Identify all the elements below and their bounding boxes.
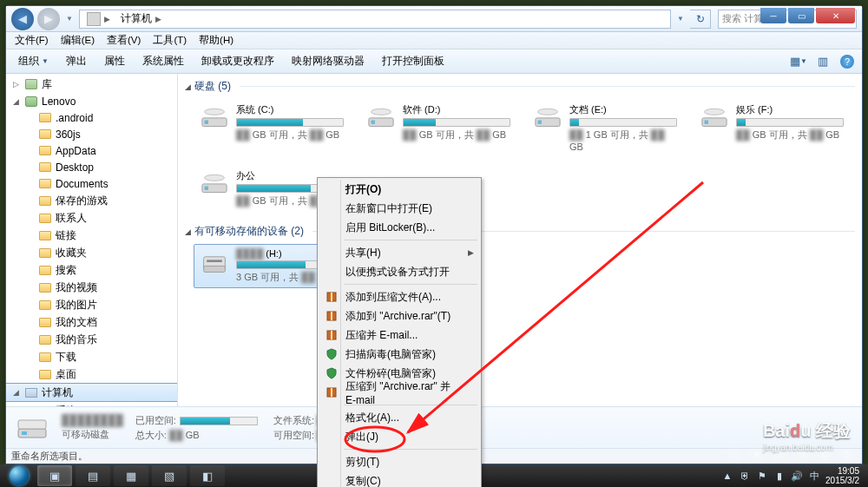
tree-libraries[interactable]: 库 [42, 77, 52, 92]
context-menu-item[interactable]: 剪切(T) [319, 452, 479, 471]
context-menu-item[interactable]: 共享(H)▶ [319, 243, 479, 262]
svg-rect-18 [207, 260, 222, 262]
folder-icon [39, 318, 51, 327]
drive-item[interactable]: 娱乐 (F:)██ GB 可用，共 ██ GB [694, 99, 848, 156]
drive-icon [698, 103, 731, 131]
system-tray: ▲ ⛨ ⚑ ▮ 🔊 中 19:052015/3/2 [721, 466, 865, 485]
sysprops-button[interactable]: 系统属性 [135, 51, 191, 71]
uninstall-button[interactable]: 卸载或更改程序 [194, 51, 281, 71]
tray-shield-icon[interactable]: ⛨ [739, 470, 751, 482]
close-button[interactable]: ✕ [816, 8, 855, 23]
ctrlpanel-button[interactable]: 打开控制面板 [375, 51, 451, 71]
context-menu-item[interactable]: 格式化(A)... [319, 408, 479, 427]
computer-icon [87, 12, 101, 26]
folder-icon [39, 300, 51, 310]
tree-node[interactable]: 保存的游戏 [6, 192, 177, 209]
tray-flag-icon[interactable]: ⚑ [756, 470, 768, 482]
tree-node[interactable]: 搜索 [6, 261, 177, 279]
properties-button[interactable]: 属性 [97, 51, 132, 71]
menu-help[interactable]: 帮助(H) [194, 32, 239, 49]
tree-node[interactable]: .android [6, 109, 177, 126]
taskbar-item[interactable]: ▧ [152, 465, 187, 486]
menu-edit[interactable]: 编辑(E) [56, 32, 100, 49]
tree-node[interactable]: 我的音乐 [6, 331, 177, 348]
context-menu-item[interactable]: 以便携式设备方式打开 [319, 262, 479, 281]
mapdrive-button[interactable]: 映射网络驱动器 [285, 51, 372, 71]
group-hdd[interactable]: ◢硬盘 (5) [178, 74, 862, 97]
breadcrumb[interactable]: ▶ 计算机 ▶ [79, 10, 671, 29]
taskbar-item[interactable]: ▣ [37, 465, 72, 486]
context-menu-item[interactable]: 启用 BitLocker(B)... [319, 218, 479, 237]
context-menu-item[interactable]: 扫描病毒(电脑管家) [319, 345, 479, 364]
user-icon [25, 96, 37, 107]
breadcrumb-computer[interactable]: 计算机 [121, 11, 152, 26]
forward-button[interactable]: ▶ [37, 8, 60, 30]
context-menu[interactable]: 打开(O)在新窗口中打开(E)启用 BitLocker(B)...共享(H)▶以… [317, 177, 482, 487]
tree-node[interactable]: 360js [6, 126, 177, 142]
archive-icon [325, 309, 339, 323]
refresh-button[interactable]: ↻ [690, 10, 711, 29]
submenu-arrow-icon: ▶ [468, 248, 474, 257]
drive-item[interactable]: 文档 (E:)██ 1 GB 可用，共 ██ GB [527, 99, 681, 156]
tree-lenovo[interactable]: Lenovo [42, 95, 76, 108]
context-menu-item[interactable]: 在新窗口中打开(E) [319, 199, 479, 218]
context-menu-item[interactable]: 弹出(J) [319, 427, 479, 446]
menu-tools[interactable]: 工具(T) [148, 32, 192, 49]
taskbar-item[interactable]: ▦ [114, 465, 148, 486]
group-removable[interactable]: ◢有可移动存储的设备 (2) [178, 219, 862, 242]
tray-up-icon[interactable]: ▲ [721, 470, 733, 482]
nav-bar: ◀ ▶ ▼ ▶ 计算机 ▶ ▼ ↻ 搜索 计算机 [6, 6, 862, 32]
tree-node[interactable]: 我的文档 [6, 313, 177, 331]
drive-item[interactable]: 软件 (D:)██ GB 可用，共 ██ GB [360, 99, 515, 156]
tree-node[interactable]: 收藏夹 [6, 244, 177, 261]
folder-icon [39, 113, 51, 122]
context-menu-item[interactable]: 压缩并 E-mail... [319, 326, 479, 345]
tree-node[interactable]: 我的视频 [6, 279, 177, 296]
help-button[interactable]: ? [838, 52, 857, 71]
minimize-button[interactable]: ─ [760, 8, 786, 23]
eject-button[interactable]: 弹出 [59, 51, 94, 71]
svg-point-5 [372, 109, 391, 115]
menu-file[interactable]: 文件(F) [10, 32, 54, 49]
tree-node[interactable]: 下载 [6, 348, 177, 365]
view-mode-button[interactable]: ▦▼ [789, 52, 808, 71]
taskbar-item[interactable]: ◧ [190, 465, 225, 486]
tray-volume-icon[interactable]: 🔊 [791, 470, 803, 482]
drive-icon [198, 169, 231, 197]
context-menu-item[interactable]: 打开(O) [319, 180, 479, 199]
maximize-button[interactable]: ▭ [788, 8, 814, 23]
tree-node[interactable]: 桌面 [6, 365, 177, 383]
tree-node[interactable]: Desktop [6, 159, 177, 175]
tree-node[interactable]: 我的图片 [6, 296, 177, 313]
tree-node[interactable]: Documents [6, 175, 177, 192]
details-thumb [15, 413, 49, 443]
context-menu-item[interactable]: 添加到 "Archive.rar"(T) [319, 306, 479, 326]
tray-network-icon[interactable]: ▮ [773, 470, 786, 482]
history-dropdown[interactable]: ▼ [63, 10, 76, 28]
tree-computer[interactable]: 计算机 [42, 385, 73, 400]
folder-icon [39, 370, 51, 379]
tree-node[interactable]: 联系人 [6, 209, 177, 227]
tray-ime-icon[interactable]: 中 [808, 470, 820, 482]
back-button[interactable]: ◀ [11, 8, 34, 30]
context-menu-item[interactable]: 复制(C) [319, 471, 479, 487]
folder-icon [39, 214, 51, 223]
svg-rect-22 [22, 431, 27, 435]
clock[interactable]: 19:052015/3/2 [825, 466, 859, 485]
context-menu-item[interactable]: 压缩到 "Archive.rar" 并 E-mail [319, 383, 479, 402]
breadcrumb-dropdown[interactable]: ▼ [674, 10, 687, 28]
context-menu-item[interactable]: 添加到压缩文件(A)... [319, 287, 479, 306]
drive-item[interactable]: 系统 (C:)██ GB 可用，共 ██ GB [194, 99, 348, 156]
start-button[interactable] [3, 464, 35, 487]
svg-rect-26 [331, 312, 332, 320]
tree-node[interactable]: 链接 [6, 227, 177, 244]
nav-tree[interactable]: ▷库 ◢Lenovo .android360jsAppDataDesktopDo… [6, 74, 178, 406]
preview-pane-button[interactable]: ▥ [813, 52, 832, 71]
toolbar: 组织▼ 弹出 属性 系统属性 卸载或更改程序 映射网络驱动器 打开控制面板 ▦▼… [6, 49, 862, 74]
menu-view[interactable]: 查看(V) [102, 32, 146, 49]
taskbar-item[interactable]: ▤ [76, 465, 110, 486]
folder-icon [39, 352, 51, 362]
svg-rect-28 [331, 331, 332, 339]
organize-button[interactable]: 组织▼ [11, 51, 56, 71]
tree-node[interactable]: AppData [6, 142, 177, 159]
